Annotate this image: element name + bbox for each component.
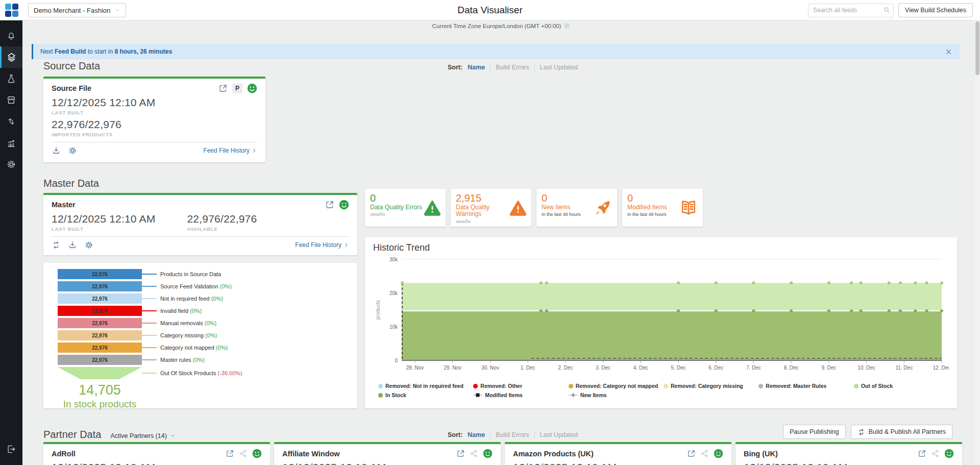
svg-text:12. Dec: 12. Dec	[933, 365, 949, 371]
sort-option-last-updated[interactable]: Last Updated	[540, 431, 578, 438]
legend-item[interactable]: Removed: Category missing	[664, 383, 758, 389]
sort-option-build-errors[interactable]: Build Errors	[496, 64, 529, 71]
partner-card-title: Bing (UK)	[744, 450, 778, 458]
smiley-status-icon[interactable]	[247, 83, 257, 93]
sort-label: Sort:	[448, 431, 462, 438]
download-icon[interactable]	[52, 146, 61, 155]
sort-option-last-updated[interactable]: Last Updated	[540, 64, 578, 71]
sidebar-item-lab[interactable]	[0, 68, 22, 89]
funnel-row: 22,976Source Feed Validation (0%)	[58, 280, 357, 292]
sort-option-name[interactable]: Name	[468, 431, 485, 438]
sidebar-item-notifications[interactable]	[0, 25, 22, 46]
funnel-row: 22,976Not in required feed (0%)	[58, 292, 357, 305]
timezone-settings-gear-icon[interactable]	[564, 22, 570, 29]
smiley-status-icon[interactable]	[714, 449, 723, 458]
legend-item[interactable]: Out of Stock	[854, 383, 949, 389]
sort-option-name[interactable]: Name	[468, 64, 485, 71]
stat-label: Data Quality Warnings	[456, 204, 510, 218]
pending-badge[interactable]: P	[232, 83, 242, 93]
legend-item[interactable]: Modified Items	[473, 392, 568, 398]
chevron-right-icon	[251, 148, 257, 154]
svg-text:30k: 30k	[389, 257, 398, 262]
data-quality-warnings-card[interactable]: 2,915 Data Quality Warnings view/fix	[451, 189, 531, 227]
funnel-row: 22,976Manual removals (0%)	[58, 317, 357, 329]
warning-triangle-icon	[509, 199, 527, 216]
partner-card-bing-uk: Bing (UK) 12/12/2025 12:10 AM	[736, 442, 962, 465]
chevron-right-icon	[343, 242, 349, 248]
source-imported-label: IMPORTED PRODUCTS	[52, 132, 257, 137]
scrollbar-thumb[interactable]	[975, 21, 979, 75]
download-icon[interactable]	[68, 240, 77, 250]
svg-text:10k: 10k	[389, 324, 398, 330]
historic-trend-card: Historic Trend 010k20k30k28. Nov29. Nov3…	[365, 237, 957, 408]
bell-icon	[6, 31, 16, 41]
legend-item[interactable]: Removed: Master Rules	[758, 383, 853, 389]
data-quality-errors-card[interactable]: 0 Data Quality Errors view/fix	[365, 189, 446, 227]
svg-text:7. Dec: 7. Dec	[746, 365, 761, 371]
historic-trend-chart[interactable]: 010k20k30k28. Nov29. Nov30. Nov1. Dec2. …	[373, 253, 949, 382]
settings-gear-icon[interactable]	[84, 240, 93, 250]
feed-file-history-link[interactable]: Feed File History	[203, 147, 257, 154]
smiley-status-icon[interactable]	[339, 200, 349, 210]
sort-option-build-errors[interactable]: Build Errors	[496, 431, 529, 438]
partner-card-title: AdRoll	[52, 450, 76, 458]
share-icon[interactable]	[470, 449, 478, 458]
close-icon[interactable]	[945, 48, 952, 56]
master-available-label: AVAILABLE	[187, 226, 257, 232]
open-book-icon	[678, 198, 699, 217]
build-publish-all-button[interactable]: Build & Publish All Partners	[851, 425, 952, 439]
funnel-exit-row: Out Of Stock Products (-36.00%)	[58, 366, 357, 380]
master-data-heading: Master Data	[43, 178, 99, 189]
page-scrollbar[interactable]	[975, 20, 980, 465]
funnel-row: 22,976Master rules (0%)	[58, 354, 357, 366]
sidebar-item-import-export[interactable]	[0, 111, 22, 132]
external-link-icon[interactable]	[325, 200, 334, 209]
sidebar-item-store[interactable]	[0, 89, 22, 111]
partner-card-amazon-uk: Amazon Products (UK) 12/12/2025 12:10 AM	[505, 442, 731, 465]
modified-items-card[interactable]: 0 Modified Items In the last 48 hours	[622, 189, 703, 227]
external-link-icon[interactable]	[918, 449, 926, 458]
partner-cards-row: AdRoll 12/12/2025 12:10 AM Affiliate Win…	[43, 442, 963, 465]
warning-triangle-icon	[423, 199, 442, 216]
legend-item[interactable]: In Stock	[378, 392, 473, 398]
legend-item[interactable]: New Items	[569, 392, 664, 398]
legend-item[interactable]: Removed: Category not mapped	[569, 383, 664, 389]
master-last-built-value: 12/12/2025 12:10 AM	[52, 213, 155, 225]
smiley-status-icon[interactable]	[252, 449, 262, 458]
in-stock-total-value: 14,705	[43, 382, 156, 398]
sidebar-item-feeds[interactable]	[0, 46, 22, 68]
sidebar-item-analytics[interactable]	[0, 132, 22, 154]
search-input[interactable]	[808, 4, 894, 17]
settings-gear-icon[interactable]	[68, 146, 77, 155]
sidebar-item-logout[interactable]	[0, 438, 22, 460]
active-partners-filter[interactable]: Active Partners (14)	[110, 432, 175, 439]
external-link-icon[interactable]	[218, 84, 228, 93]
share-icon[interactable]	[239, 449, 248, 458]
external-link-icon[interactable]	[456, 449, 465, 458]
source-sort-bar: Sort: Name Build Errors Last Updated	[448, 64, 578, 71]
svg-text:4. Dec: 4. Dec	[633, 365, 648, 371]
legend-item[interactable]: Removed: Other	[473, 383, 568, 389]
stat-label: Modified Items	[627, 204, 681, 211]
pause-publishing-button[interactable]: Pause Publishing	[783, 425, 846, 439]
external-link-icon[interactable]	[687, 449, 696, 458]
merchant-selector[interactable]: Demo Merchant - Fashion	[28, 3, 126, 17]
stat-label: Data Quality Errors	[370, 204, 424, 211]
page-title: Data Visualiser	[457, 5, 522, 16]
share-icon[interactable]	[931, 449, 940, 458]
svg-text:29. Nov: 29. Nov	[444, 365, 461, 371]
new-items-card[interactable]: 0 New Items In the last 48 hours	[536, 189, 617, 227]
stat-label: New Items	[542, 204, 596, 211]
svg-text:30. Nov: 30. Nov	[481, 365, 499, 371]
smiley-status-icon[interactable]	[483, 449, 493, 458]
sidebar-item-settings[interactable]	[0, 154, 22, 175]
smiley-status-icon[interactable]	[944, 449, 954, 458]
feed-file-history-link[interactable]: Feed File History	[295, 241, 349, 249]
rebuild-icon[interactable]	[52, 240, 61, 250]
partner-card-title: Amazon Products (UK)	[513, 450, 594, 458]
legend-item[interactable]: Removed: Not in required feed	[378, 383, 473, 389]
flask-icon	[6, 74, 16, 84]
share-icon[interactable]	[700, 449, 709, 458]
external-link-icon[interactable]	[226, 449, 234, 458]
view-build-schedules-button[interactable]: View Build Schedules	[898, 3, 973, 17]
